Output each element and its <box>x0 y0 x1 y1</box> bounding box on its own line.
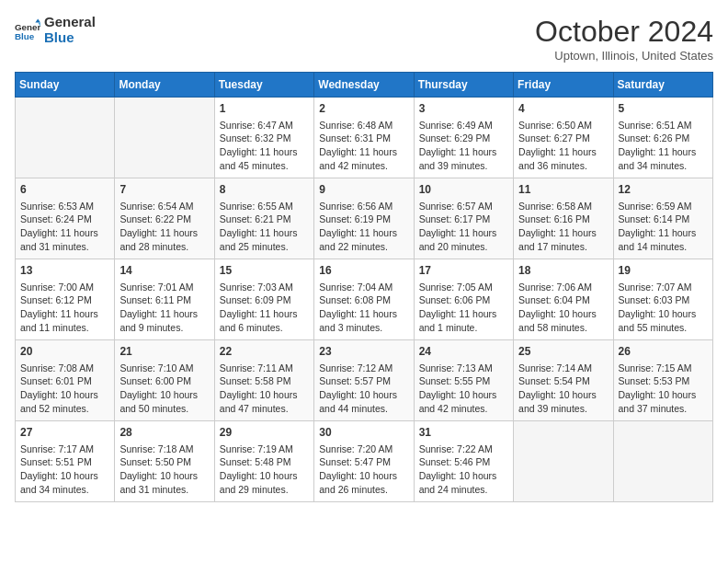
day-number: 30 <box>319 425 408 441</box>
day-number: 4 <box>518 101 608 117</box>
day-number: 9 <box>319 182 408 198</box>
weekday-header-row: SundayMondayTuesdayWednesdayThursdayFrid… <box>16 73 713 98</box>
calendar-cell <box>514 421 613 502</box>
page-header: General Blue General Blue October 2024 U… <box>15 15 713 63</box>
calendar-cell: 14Sunrise: 7:01 AMSunset: 6:11 PMDayligh… <box>115 259 214 340</box>
calendar-cell: 21Sunrise: 7:10 AMSunset: 6:00 PMDayligh… <box>115 340 214 421</box>
day-number: 24 <box>419 344 508 360</box>
calendar-cell: 19Sunrise: 7:07 AMSunset: 6:03 PMDayligh… <box>613 259 712 340</box>
weekday-header-monday: Monday <box>115 73 214 98</box>
calendar-cell: 3Sunrise: 6:49 AMSunset: 6:29 PMDaylight… <box>414 98 513 178</box>
day-number: 15 <box>220 263 309 279</box>
calendar-week-row: 6Sunrise: 6:53 AMSunset: 6:24 PMDaylight… <box>16 178 713 259</box>
logo: General Blue General Blue <box>15 15 96 45</box>
logo-icon: General Blue <box>15 17 40 43</box>
day-number: 18 <box>518 263 608 279</box>
title-area: October 2024 Uptown, Illinois, United St… <box>535 15 713 63</box>
calendar-cell: 16Sunrise: 7:04 AMSunset: 6:08 PMDayligh… <box>314 259 414 340</box>
calendar-body: 1Sunrise: 6:47 AMSunset: 6:32 PMDaylight… <box>16 98 713 502</box>
calendar-cell <box>115 98 214 178</box>
day-number: 31 <box>419 425 508 441</box>
calendar-cell: 20Sunrise: 7:08 AMSunset: 6:01 PMDayligh… <box>16 340 115 421</box>
calendar-cell: 17Sunrise: 7:05 AMSunset: 6:06 PMDayligh… <box>414 259 513 340</box>
calendar-cell: 29Sunrise: 7:19 AMSunset: 5:48 PMDayligh… <box>214 421 313 502</box>
day-number: 14 <box>119 263 209 279</box>
calendar-week-row: 13Sunrise: 7:00 AMSunset: 6:12 PMDayligh… <box>16 259 713 340</box>
day-number: 12 <box>619 182 708 198</box>
calendar-cell: 30Sunrise: 7:20 AMSunset: 5:47 PMDayligh… <box>314 421 414 502</box>
logo-blue-text: Blue <box>44 30 96 46</box>
calendar-cell: 7Sunrise: 6:54 AMSunset: 6:22 PMDaylight… <box>115 178 214 259</box>
calendar-week-row: 20Sunrise: 7:08 AMSunset: 6:01 PMDayligh… <box>16 340 713 421</box>
calendar-cell: 23Sunrise: 7:12 AMSunset: 5:57 PMDayligh… <box>314 340 414 421</box>
day-number: 23 <box>319 344 408 360</box>
day-number: 29 <box>220 425 309 441</box>
calendar-cell: 2Sunrise: 6:48 AMSunset: 6:31 PMDaylight… <box>314 98 414 178</box>
day-number: 6 <box>20 182 109 198</box>
weekday-header-sunday: Sunday <box>16 73 115 98</box>
calendar-table: SundayMondayTuesdayWednesdayThursdayFrid… <box>15 72 713 502</box>
calendar-cell: 6Sunrise: 6:53 AMSunset: 6:24 PMDaylight… <box>16 178 115 259</box>
calendar-cell: 10Sunrise: 6:57 AMSunset: 6:17 PMDayligh… <box>414 178 513 259</box>
day-number: 10 <box>419 182 508 198</box>
day-number: 1 <box>220 101 309 117</box>
calendar-cell: 31Sunrise: 7:22 AMSunset: 5:46 PMDayligh… <box>414 421 513 502</box>
day-number: 17 <box>419 263 508 279</box>
svg-text:Blue: Blue <box>15 30 35 40</box>
calendar-cell: 1Sunrise: 6:47 AMSunset: 6:32 PMDaylight… <box>214 98 313 178</box>
weekday-header-tuesday: Tuesday <box>214 73 313 98</box>
day-number: 13 <box>20 263 109 279</box>
day-number: 27 <box>20 425 109 441</box>
day-number: 26 <box>619 344 708 360</box>
calendar-week-row: 27Sunrise: 7:17 AMSunset: 5:51 PMDayligh… <box>16 421 713 502</box>
day-number: 19 <box>619 263 708 279</box>
calendar-cell: 15Sunrise: 7:03 AMSunset: 6:09 PMDayligh… <box>214 259 313 340</box>
weekday-header-saturday: Saturday <box>613 73 712 98</box>
day-number: 2 <box>319 101 408 117</box>
day-number: 7 <box>119 182 209 198</box>
location-subtitle: Uptown, Illinois, United States <box>535 49 713 63</box>
calendar-header: SundayMondayTuesdayWednesdayThursdayFrid… <box>16 73 713 98</box>
calendar-cell: 8Sunrise: 6:55 AMSunset: 6:21 PMDaylight… <box>214 178 313 259</box>
calendar-cell: 18Sunrise: 7:06 AMSunset: 6:04 PMDayligh… <box>514 259 613 340</box>
calendar-cell: 26Sunrise: 7:15 AMSunset: 5:53 PMDayligh… <box>613 340 712 421</box>
calendar-cell: 4Sunrise: 6:50 AMSunset: 6:27 PMDaylight… <box>514 98 613 178</box>
day-number: 20 <box>20 344 109 360</box>
calendar-cell <box>16 98 115 178</box>
month-title: October 2024 <box>535 15 713 49</box>
day-number: 22 <box>220 344 309 360</box>
calendar-cell: 28Sunrise: 7:18 AMSunset: 5:50 PMDayligh… <box>115 421 214 502</box>
calendar-cell: 12Sunrise: 6:59 AMSunset: 6:14 PMDayligh… <box>613 178 712 259</box>
calendar-cell: 27Sunrise: 7:17 AMSunset: 5:51 PMDayligh… <box>16 421 115 502</box>
calendar-cell: 13Sunrise: 7:00 AMSunset: 6:12 PMDayligh… <box>16 259 115 340</box>
calendar-cell: 5Sunrise: 6:51 AMSunset: 6:26 PMDaylight… <box>613 98 712 178</box>
weekday-header-thursday: Thursday <box>414 73 513 98</box>
calendar-cell <box>613 421 712 502</box>
calendar-cell: 24Sunrise: 7:13 AMSunset: 5:55 PMDayligh… <box>414 340 513 421</box>
calendar-cell: 25Sunrise: 7:14 AMSunset: 5:54 PMDayligh… <box>514 340 613 421</box>
day-number: 28 <box>119 425 209 441</box>
svg-marker-2 <box>35 18 40 22</box>
calendar-cell: 22Sunrise: 7:11 AMSunset: 5:58 PMDayligh… <box>214 340 313 421</box>
day-number: 16 <box>319 263 408 279</box>
day-number: 5 <box>619 101 708 117</box>
day-number: 3 <box>419 101 508 117</box>
day-number: 11 <box>518 182 608 198</box>
day-number: 8 <box>220 182 309 198</box>
day-number: 25 <box>518 344 608 360</box>
day-number: 21 <box>119 344 209 360</box>
weekday-header-friday: Friday <box>514 73 613 98</box>
calendar-cell: 9Sunrise: 6:56 AMSunset: 6:19 PMDaylight… <box>314 178 414 259</box>
calendar-week-row: 1Sunrise: 6:47 AMSunset: 6:32 PMDaylight… <box>16 98 713 178</box>
weekday-header-wednesday: Wednesday <box>314 73 414 98</box>
calendar-cell: 11Sunrise: 6:58 AMSunset: 6:16 PMDayligh… <box>514 178 613 259</box>
